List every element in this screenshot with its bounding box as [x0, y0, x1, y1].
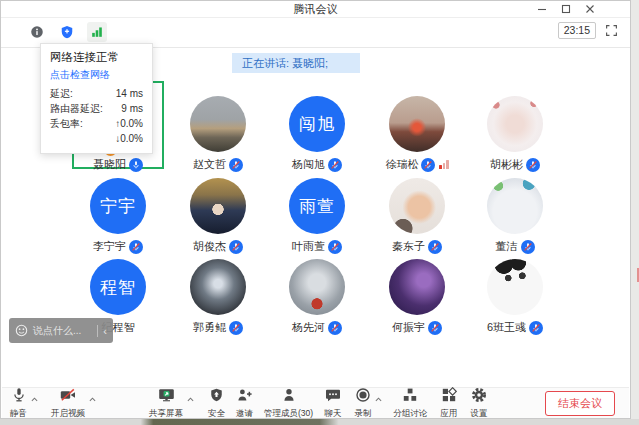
participant-avatar: 闯旭 — [289, 96, 345, 152]
chat-placeholder[interactable]: 说点什么... — [33, 324, 92, 338]
participant-tile[interactable]: 雨萱叶雨萱 — [271, 163, 363, 254]
toolbar-group: 安全 — [208, 387, 225, 420]
end-meeting-button[interactable]: 结束会议 — [545, 391, 615, 416]
participant-tile[interactable]: 宁宇李宁宇 — [72, 163, 164, 254]
invite-person-icon — [236, 387, 253, 407]
mic-muted-icon — [229, 321, 243, 335]
participant-tile[interactable]: 郭勇鲲 — [172, 244, 264, 335]
participant-name: 何振宇 — [392, 320, 425, 335]
smiley-icon[interactable] — [15, 324, 28, 337]
header-icon-row — [27, 22, 107, 42]
toolbar-button-apps[interactable]: 应用 — [440, 387, 457, 420]
participant-tile[interactable]: 徐瑞松 — [371, 81, 463, 172]
toolbar-label: 共享屏幕 — [149, 408, 183, 420]
participant-avatar — [389, 259, 445, 315]
chat-input-bar[interactable]: 说点什么... ‹ — [9, 318, 113, 343]
participant-tile[interactable]: 闯旭杨闯旭 — [271, 81, 363, 172]
network-stat-label: 延迟: — [50, 86, 73, 101]
participant-tile[interactable]: 何振宇 — [371, 244, 463, 335]
participant-tile[interactable]: 杨先河 — [271, 244, 363, 335]
avatar-image — [487, 259, 543, 315]
toolbar-button-members[interactable]: 管理成员(30) — [264, 387, 313, 420]
members-icon — [281, 387, 297, 407]
toolbar-button-chat-bubble[interactable]: 聊天 — [324, 387, 341, 420]
participant-tile[interactable]: 董洁 — [469, 163, 561, 254]
toolbar-group: 分组讨论 — [393, 387, 427, 420]
toolbar-group: 共享屏幕 — [149, 387, 195, 420]
network-status-popup: 网络连接正常 点击检查网络 延迟:14 ms路由器延迟:9 ms丢包率:↑0.0… — [40, 43, 153, 154]
camera-off-icon — [60, 387, 76, 407]
participant-avatar — [487, 96, 543, 152]
toolbar-label: 开启视频 — [51, 408, 85, 420]
participant-name-row: 杨先河 — [271, 320, 363, 335]
avatar-initials: 宁宇 — [90, 178, 146, 234]
participant-avatar: 宁宇 — [90, 178, 146, 234]
chevron-up-icon[interactable] — [186, 396, 195, 403]
toolbar-button-mic[interactable]: 静音 — [10, 387, 27, 420]
toolbar-button-record[interactable]: 录制 — [354, 387, 371, 420]
chevron-left-icon[interactable]: ‹ — [103, 326, 107, 336]
participant-avatar — [389, 178, 445, 234]
participant-avatar — [487, 259, 543, 315]
participant-tile[interactable]: 6班王彧 — [469, 244, 561, 335]
fullscreen-icon[interactable] — [605, 24, 618, 37]
toolbar-label: 静音 — [10, 408, 27, 420]
toolbar-label: 管理成员(30) — [264, 408, 313, 420]
avatar-image — [487, 178, 543, 234]
toolbar-button-invite-person[interactable]: 邀请 — [236, 387, 253, 420]
participant-avatar — [190, 178, 246, 234]
avatar-image — [190, 96, 246, 152]
participant-avatar — [190, 96, 246, 152]
network-signal-icon[interactable] — [87, 22, 107, 42]
participant-name: 杨先河 — [292, 320, 325, 335]
toolbar-button-camera-off[interactable]: 开启视频 — [51, 387, 85, 420]
chevron-up-icon[interactable] — [374, 396, 383, 403]
network-stat-value: ↑0.0%↓0.0% — [115, 116, 143, 146]
window-controls — [536, 2, 596, 16]
participant-name-row: 何振宇 — [371, 320, 463, 335]
toolbar-label: 应用 — [440, 408, 457, 420]
participant-name-row: 郭勇鲲 — [172, 320, 264, 335]
avatar-image — [389, 178, 445, 234]
security-shield-icon[interactable] — [57, 22, 77, 42]
breakout-rooms-icon — [402, 387, 418, 407]
participant-avatar — [389, 96, 445, 152]
avatar-initials: 闯旭 — [289, 96, 345, 152]
chevron-up-icon[interactable] — [30, 396, 39, 403]
check-network-link[interactable]: 点击检查网络 — [50, 68, 143, 82]
participant-tile[interactable]: 胡彬彬 — [469, 81, 561, 172]
meeting-window: 腾讯会议 23:15 正在讲话: 聂晓阳; 网络连接正常 点击检查网络 延迟:1… — [0, 0, 631, 419]
participant-tile[interactable]: 秦东子 — [371, 163, 463, 254]
network-stat-row: 路由器延迟:9 ms — [50, 101, 143, 116]
network-stat-label: 丢包率: — [50, 116, 83, 146]
avatar-image — [389, 96, 445, 152]
info-icon[interactable] — [27, 22, 47, 42]
minimize-button[interactable] — [536, 3, 548, 15]
avatar-initials: 雨萱 — [289, 178, 345, 234]
toolbar-button-security-badge[interactable]: 安全 — [208, 387, 225, 420]
maximize-button[interactable] — [560, 3, 572, 15]
toolbar-button-share-screen[interactable]: 共享屏幕 — [149, 387, 183, 420]
participant-avatar: 雨萱 — [289, 178, 345, 234]
toolbar-label: 设置 — [470, 408, 487, 420]
toolbar-group: 设置 — [470, 387, 487, 420]
record-icon — [355, 387, 371, 407]
network-stat-row: 丢包率:↑0.0%↓0.0% — [50, 116, 143, 146]
toolbar-group: 管理成员(30) — [264, 387, 313, 420]
apps-icon — [441, 387, 457, 407]
participant-name: 6班王彧 — [487, 320, 526, 335]
share-screen-icon — [158, 387, 175, 407]
toolbar-group: 开启视频 — [51, 387, 97, 420]
settings-gear-icon — [471, 387, 487, 407]
desktop-background-strip — [0, 419, 639, 425]
avatar-image — [190, 178, 246, 234]
chevron-up-icon[interactable] — [88, 396, 97, 403]
toolbar-button-breakout-rooms[interactable]: 分组讨论 — [393, 387, 427, 420]
participant-avatar — [487, 178, 543, 234]
participant-tile[interactable]: 赵文哲 — [172, 81, 264, 172]
toolbar-button-settings-gear[interactable]: 设置 — [470, 387, 487, 420]
toolbar-group: 录制 — [354, 387, 383, 420]
network-stat-value: 9 ms — [121, 101, 143, 116]
participant-tile[interactable]: 胡俊杰 — [172, 163, 264, 254]
close-button[interactable] — [584, 3, 596, 15]
